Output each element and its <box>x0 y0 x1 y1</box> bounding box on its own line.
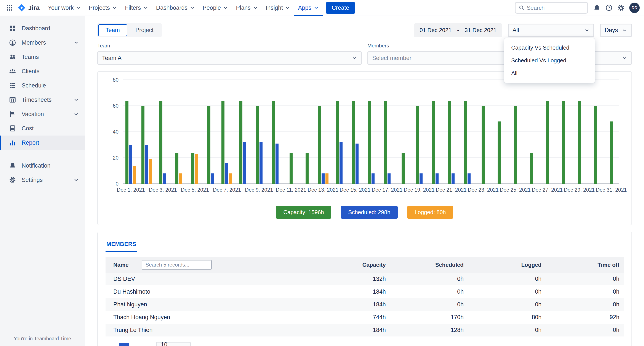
pagination: 1 10 rows <box>106 342 624 346</box>
sidebar-item-dashboard[interactable]: Dashboard <box>0 21 85 36</box>
bar-capacity <box>530 153 533 184</box>
x-tick-label: Dec 13, 2021 <box>308 187 338 193</box>
menu-filters[interactable]: Filters <box>121 0 152 16</box>
bar-group <box>251 106 267 184</box>
bar-scheduled <box>388 174 390 184</box>
metric-select[interactable]: All <box>508 24 594 37</box>
legend-capacity-button[interactable]: Capacity: 1596h <box>276 206 331 219</box>
sidebar-item-timesheets[interactable]: Timesheets <box>0 93 85 107</box>
dropdown-option-all[interactable]: All <box>504 67 595 80</box>
member-scheduled: 0h <box>390 298 468 311</box>
bar-capacity <box>272 101 275 184</box>
dropdown-option-capacity-vs-scheduled[interactable]: Capacity Vs Scheduled <box>504 41 595 54</box>
bar-group <box>395 153 411 184</box>
table-search-input[interactable] <box>142 260 212 270</box>
search-input[interactable] <box>527 5 587 11</box>
rows-per-page-select[interactable]: 10 rows <box>156 342 191 346</box>
metric-dropdown: Capacity Vs Scheduled Scheduled Vs Logge… <box>504 38 595 83</box>
team-filter: Team Team A <box>97 43 362 65</box>
bar-scheduled <box>163 174 166 184</box>
members-table: Name Capacity Scheduled Logged Time off <box>106 257 624 336</box>
bar-capacity <box>160 101 162 184</box>
project-toggle-button[interactable]: Project <box>128 24 161 36</box>
help-icon: ? <box>606 4 612 11</box>
bar-capacity <box>464 101 467 184</box>
chevron-down-icon <box>76 5 81 11</box>
menu-projects[interactable]: Projects <box>85 0 121 16</box>
bar-scheduled <box>260 142 262 184</box>
create-button[interactable]: Create <box>326 2 355 14</box>
menu-people[interactable]: People <box>199 0 232 16</box>
chevron-down-icon <box>74 40 79 45</box>
menu-your-work[interactable]: Your work <box>44 0 85 16</box>
bar-group <box>411 106 427 184</box>
bar-group <box>491 121 507 184</box>
unit-select[interactable]: Days <box>600 24 632 37</box>
dropdown-option-scheduled-vs-logged[interactable]: Scheduled Vs Logged <box>504 54 595 67</box>
bar-capacity <box>208 106 210 184</box>
bar-scheduled <box>372 174 374 184</box>
x-tick-label: Dec 5, 2021 <box>181 187 209 193</box>
sidebar-item-teams[interactable]: Teams <box>0 50 85 64</box>
member-scheduled: 170h <box>390 311 468 324</box>
team-select[interactable]: Team A <box>97 51 362 65</box>
column-header-name: Name <box>106 257 312 273</box>
next-page-button[interactable] <box>132 343 143 346</box>
bar-scheduled <box>356 143 358 184</box>
tab-members[interactable]: MEMBERS <box>106 237 137 252</box>
bar-capacity <box>192 153 194 184</box>
sidebar-item-members[interactable]: Members <box>0 36 85 50</box>
bar-capacity <box>448 101 451 184</box>
bar-scheduled <box>468 174 470 184</box>
sidebar-item-vacation[interactable]: Vacation <box>0 107 85 121</box>
menu-insight[interactable]: Insight <box>262 0 294 16</box>
schedule-icon <box>9 82 16 89</box>
bar-group <box>427 101 443 184</box>
bar-capacity <box>432 101 435 184</box>
sidebar-item-notification[interactable]: Notification <box>0 158 85 173</box>
legend-logged-button[interactable]: Logged: 80h <box>407 206 453 219</box>
bar-capacity <box>336 101 339 184</box>
x-tick-label: Dec 25, 2021 <box>500 187 531 193</box>
menu-apps[interactable]: Apps <box>294 0 323 16</box>
bar-capacity <box>318 106 321 184</box>
bar-capacity <box>546 101 549 184</box>
chevron-down-icon <box>74 97 79 102</box>
sidebar-item-settings[interactable]: Settings <box>0 173 85 187</box>
bar-group <box>315 106 331 184</box>
page-1-button[interactable]: 1 <box>119 343 129 346</box>
date-range-picker[interactable]: 01 Dec 2021 - 31 Dec 2021 <box>414 23 502 37</box>
notifications-button[interactable] <box>591 2 603 14</box>
sidebar-item-clients[interactable]: Clients <box>0 64 85 78</box>
team-toggle-button[interactable]: Team <box>98 24 127 36</box>
jira-logo[interactable]: Jira <box>16 4 44 12</box>
global-search[interactable] <box>515 2 588 14</box>
legend-scheduled-button[interactable]: Scheduled: 298h <box>341 206 398 219</box>
bar-capacity <box>306 153 308 184</box>
avatar[interactable]: DD <box>629 3 640 13</box>
column-header-label: Name <box>113 262 129 268</box>
teams-icon <box>9 54 16 60</box>
x-tick-label: Dec 17, 2021 <box>372 187 403 193</box>
settings-button[interactable] <box>615 2 627 14</box>
x-tick-label: Dec 9, 2021 <box>245 187 273 193</box>
menu-dashboards[interactable]: Dashboards <box>152 0 199 16</box>
previous-page-button[interactable] <box>106 343 116 346</box>
bar-capacity <box>498 121 500 184</box>
help-button[interactable]: ? <box>603 2 615 14</box>
bar-group <box>331 101 347 184</box>
date-range-start: 01 Dec 2021 <box>420 27 451 34</box>
app-switcher-button[interactable] <box>4 2 16 14</box>
member-name: Thach Hoang Nguyen <box>106 311 312 324</box>
menu-plans[interactable]: Plans <box>232 0 262 16</box>
bar-group <box>603 121 619 184</box>
sidebar-item-schedule[interactable]: Schedule <box>0 78 85 93</box>
table-row: DS DEV 132h 0h 0h 0h <box>106 273 624 285</box>
bar-group <box>379 101 395 184</box>
sidebar-item-report[interactable]: Report <box>0 135 85 150</box>
x-tick-label: Dec 1, 2021 <box>117 187 145 193</box>
jira-logo-icon <box>17 4 26 12</box>
cost-icon <box>9 125 16 132</box>
column-header-logged: Logged <box>468 257 546 273</box>
sidebar-item-cost[interactable]: Cost <box>0 121 85 135</box>
